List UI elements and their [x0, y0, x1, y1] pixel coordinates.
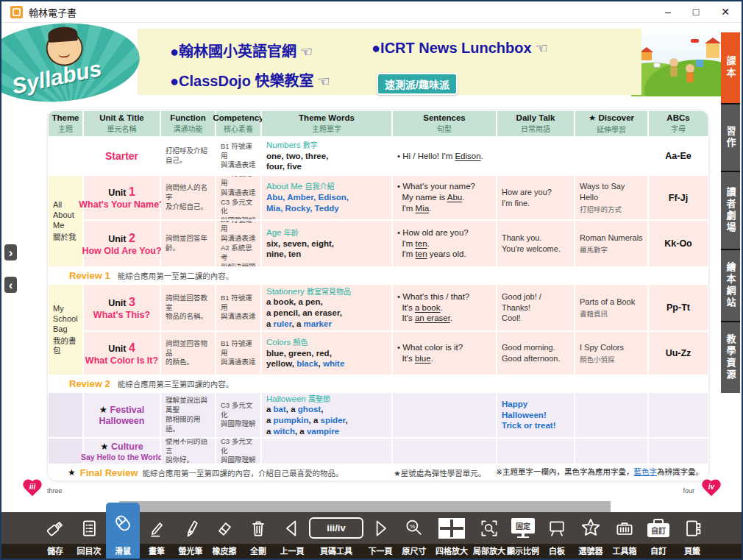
page-word-right: four: [683, 487, 694, 495]
fixed-monitor-icon: 固定: [511, 518, 535, 538]
footnote-vocab-colors: ※主題單字一欄內，黑色字為應用字彙，藍色字為辨識字彙。: [496, 467, 703, 478]
house: [696, 60, 703, 67]
header-abcs: ABCs字母: [649, 111, 708, 136]
culture-abcs-cell: [649, 439, 708, 464]
festival-function-cell: 理解並說出與萬聖 節相關的用語。: [161, 393, 215, 437]
app-title: 翰林電子書: [29, 5, 77, 19]
unit2-discover-cell: Roman Numerals羅馬數字: [575, 221, 647, 266]
eraser-tool[interactable]: 橡皮擦: [207, 512, 241, 559]
titlebar: 翰林電子書 – □ ✕: [1, 1, 742, 23]
pen-tool[interactable]: 畫筆: [140, 512, 174, 559]
toc-tool[interactable]: 回目次: [72, 512, 106, 559]
number-picker-tool[interactable]: 7 選號器: [574, 512, 608, 559]
starter-function-cell: 打招呼及介紹 自己。: [161, 138, 215, 174]
panel-collapse-arrow[interactable]: ‹: [4, 277, 17, 293]
unit4-daily-talk-cell: Good morning. Good afternoon.: [497, 332, 574, 375]
bookmark-binder-icon: [682, 512, 703, 544]
tab-readers-theater[interactable]: 讀者劇場: [721, 172, 740, 249]
maximize-button[interactable]: □: [693, 7, 699, 17]
header-sentences: Sentences句型: [393, 111, 496, 136]
header-daily-talk: Daily Talk日常用語: [497, 111, 574, 136]
landscape-illustration: [631, 26, 725, 96]
magnifier-percent-icon: %: [404, 512, 424, 544]
festival-title-cell: ★ Festival Halloween: [84, 393, 160, 437]
unit1-abcs-cell: Ff-Jj: [649, 176, 708, 219]
partial-zoom-tool[interactable]: 局部放大: [472, 512, 506, 559]
display-ratio-tool[interactable]: 固定 顯示比例: [506, 512, 540, 559]
festival-theme-cell: [49, 393, 82, 437]
unit1-function-cell: 詢問他人的名字 及介紹自己。: [161, 176, 215, 219]
dog: [653, 63, 661, 68]
review1-row: Review 1 能綜合應用第一至第二課的內容。: [49, 268, 708, 283]
prev-page-tool[interactable]: 上一頁: [275, 512, 309, 559]
delete-all-tool[interactable]: 全刪: [241, 512, 275, 559]
minimize-button[interactable]: –: [665, 7, 671, 17]
pointer-hand-icon: ☜: [317, 74, 330, 89]
festival-theme-words-cell: Halloween 萬聖節a bat, a ghost,a pumpkin, a…: [262, 393, 391, 437]
final-review-row: ★ Final Review 能綜合應用第一至第四課的內容，介紹自己最喜愛的物品…: [49, 465, 708, 480]
tab-teaching-resources[interactable]: 教學資源: [721, 322, 740, 393]
starter-discover-cell: [575, 138, 647, 174]
unit3-abcs-cell: Pp-Tt: [649, 285, 708, 330]
unit2-title-cell: Unit 2 How Old Are You?: [84, 221, 160, 266]
unit1-discover-cell: Ways to Say Hello打招呼的方式: [575, 176, 647, 219]
unit3-daily-talk-cell: Good job! / Thanks! Cool!: [497, 285, 574, 330]
original-size-tool[interactable]: % 原尺寸: [397, 512, 431, 559]
left-triangle-icon: [282, 512, 302, 544]
whiteboard-tool[interactable]: 白板: [540, 512, 574, 559]
link-classdojo[interactable]: ●ClassDojo 快樂教室☜: [170, 69, 330, 91]
page-indicator[interactable]: iii/iv: [309, 517, 363, 539]
syllabus-logo: Syllabus: [0, 18, 142, 107]
toolbar: 儲存 回目次 滑鼠 畫筆 螢光筆 橡皮擦 全刪 上一頁: [1, 512, 742, 559]
panel-expand-arrow[interactable]: ›: [4, 244, 17, 260]
unit2-sentences-cell: • How old are you? I'm ten. I'm ten year…: [393, 221, 496, 266]
unit4-title-cell: Unit 4 What Color Is It?: [84, 332, 160, 375]
page-tab-tool[interactable]: 頁籤: [675, 512, 709, 559]
custom-tool[interactable]: 自訂 自訂: [641, 512, 675, 559]
right-triangle-icon: [370, 512, 391, 544]
kid-figure: [686, 64, 694, 73]
highlighter-icon: [180, 512, 201, 544]
link-hanlin-english-site[interactable]: ●翰林國小英語官網☜: [170, 40, 313, 61]
mouse-icon: [112, 503, 134, 544]
svg-text:7: 7: [589, 524, 593, 532]
mouse-tool[interactable]: 滑鼠: [106, 503, 140, 559]
starter-abcs-cell: Aa-Ee: [649, 138, 708, 174]
unit4-theme-words-cell: Colors 顏色blue, green, red,yellow, black,…: [262, 332, 391, 375]
link-icrt-news-lunchbox[interactable]: ●ICRT News Lunchbox☜: [372, 40, 548, 57]
header-competency: Competency核心素養: [216, 111, 260, 136]
tab-workbook[interactable]: 習作: [721, 104, 740, 171]
page-number-tool[interactable]: iii/iv 頁碼工具: [309, 512, 363, 559]
region-magnifier-icon: [479, 512, 500, 544]
page-number-heart-left: iii: [21, 479, 43, 498]
close-button[interactable]: ✕: [721, 7, 730, 17]
kid-figure: [669, 58, 678, 67]
next-page-tool[interactable]: 下一頁: [363, 512, 397, 559]
festival-abcs-cell: [649, 393, 708, 437]
theme-my-school-bag-cell: My School Bag我的書包: [49, 285, 82, 375]
header-discover: ★ Discover延伸學習: [575, 111, 647, 136]
pointer-hand-icon: ☜: [300, 44, 313, 60]
tab-picturebook-site[interactable]: 繪本網站: [721, 250, 740, 321]
tab-textbook[interactable]: 課本: [721, 32, 740, 103]
unit4-discover-cell: I Spy Colors顏色小偵探: [575, 332, 647, 375]
trash-icon: [248, 512, 269, 544]
review2-row: Review 2 能綜合應用第三至第四課的內容。: [49, 376, 708, 391]
unit1-competency-cell: B1 符號運用 與溝通表達 C3 多元文化 與國際理解: [216, 176, 260, 219]
eraser-icon: [214, 512, 235, 544]
quad-zoom-tool[interactable]: 四格放大: [431, 512, 472, 559]
starter-sentences-cell: • Hi / Hello! I'm Edison.: [393, 138, 496, 174]
festival-discover-cell: [575, 393, 647, 437]
unit3-competency-cell: B1 符號運用 與溝通表達: [216, 285, 260, 330]
quiz-fun-badge[interactable]: 速測派/趣味派: [377, 73, 458, 95]
highlighter-tool[interactable]: 螢光筆: [174, 512, 207, 559]
house: [706, 43, 719, 58]
app-window: 翰林電子書 – □ ✕ Syllabus ●翰林國小英語官網☜ ●ICRT Ne…: [0, 0, 743, 560]
save-tool[interactable]: 儲存: [38, 512, 72, 559]
usb-save-icon: [45, 512, 65, 544]
unit2-competency-cell: B1 符號運用 與溝通表達 A2 系統思考 與解決問題: [216, 221, 260, 266]
pointer-hand-icon: ☜: [536, 40, 548, 56]
toolbox-tool[interactable]: 工具箱: [608, 512, 641, 559]
header-theme-words: Theme Words主題單字: [262, 111, 391, 136]
unit4-function-cell: 詢問並回答物品 的顏色。: [161, 332, 215, 375]
